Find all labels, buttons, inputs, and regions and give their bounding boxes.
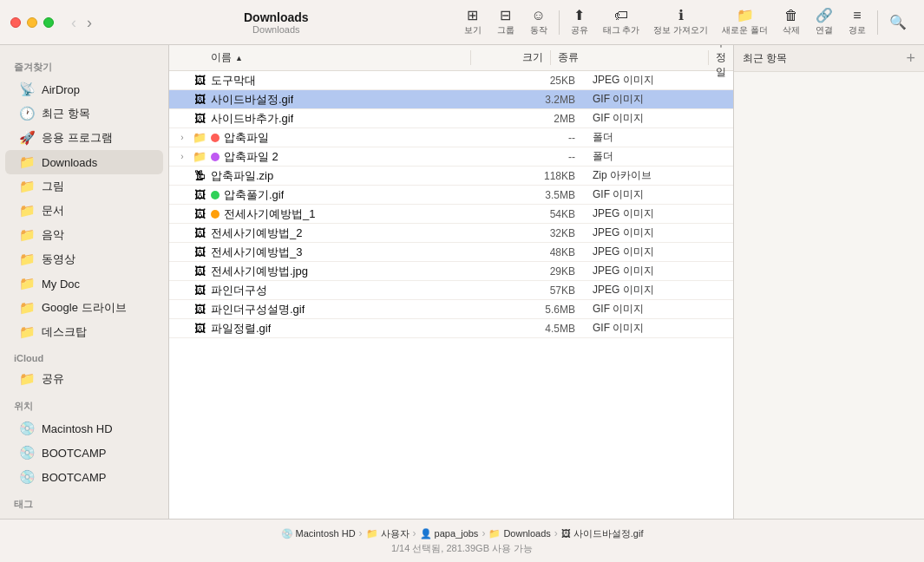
file-type-icon: 🖼 bbox=[193, 93, 206, 107]
forward-button[interactable]: › bbox=[83, 13, 95, 32]
breadcrumb-separator: › bbox=[482, 527, 485, 539]
info-label: 정보 가져오기 bbox=[653, 24, 708, 36]
file-kind: JPEG 이미지 bbox=[586, 225, 733, 240]
sidebar-item-recents[interactable]: 🕐 최근 항목 bbox=[5, 101, 163, 126]
info-icon: ℹ bbox=[678, 9, 684, 23]
sort-indicator: ▲ bbox=[235, 54, 243, 62]
breadcrumb-item[interactable]: 👤papa_jobs bbox=[420, 528, 479, 539]
table-row[interactable]: ›📁압축파일--폴더오늘 오전 5:12 bbox=[169, 128, 733, 147]
sidebar-item-apps[interactable]: 🚀 응용 프로그램 bbox=[5, 126, 163, 150]
file-size: 118KB bbox=[499, 170, 586, 182]
sidebar-item-drawings[interactable]: 📁 그림 bbox=[5, 174, 163, 199]
maximize-button[interactable] bbox=[43, 17, 54, 28]
table-row[interactable]: 🖼파인더구성설명.gif5.6MBGIF 이미지오늘 오전 5:31 bbox=[169, 300, 733, 319]
tag-button[interactable]: 🏷 태그 추가 bbox=[597, 6, 646, 39]
sidebar-item-videos[interactable]: 📁 동영상 bbox=[5, 247, 163, 271]
right-panel: 최근 항목 + bbox=[733, 45, 924, 519]
table-row[interactable]: 🖼파일정렬.gif4.5MBGIF 이미지오늘 오전 6:11 bbox=[169, 319, 733, 338]
sidebar-item-macintosh[interactable]: 💿 Macintosh HD bbox=[5, 416, 163, 441]
right-panel-add-button[interactable]: + bbox=[906, 50, 915, 66]
file-size: 57KB bbox=[499, 284, 586, 297]
breadcrumb-item[interactable]: 📁Downloads bbox=[488, 528, 550, 539]
videos-icon: 📁 bbox=[19, 252, 35, 267]
table-row[interactable]: 🖼파인더구성57KBJPEG 이미지오늘 오전 5:24 bbox=[169, 281, 733, 300]
bootcamp1-icon: 💿 bbox=[19, 445, 35, 461]
file-kind: GIF 이미지 bbox=[586, 111, 733, 126]
share-button[interactable]: ⬆ 공유 bbox=[564, 6, 595, 39]
sidebar-item-googledrive[interactable]: 📁 Google 드라이브 bbox=[5, 296, 163, 320]
link-icon: 🔗 bbox=[816, 9, 833, 23]
col-size-header[interactable]: 크기 bbox=[471, 50, 551, 65]
table-row[interactable]: 🖼전세사기예방법_348KBJPEG 이미지2023년 3월 17일 오후 12… bbox=[169, 243, 733, 262]
back-button[interactable]: ‹ bbox=[68, 13, 80, 32]
sidebar-bootcamp2-label: BOOTCAMP bbox=[42, 471, 106, 484]
link-label: 연결 bbox=[816, 24, 833, 36]
table-row[interactable]: ›📁압축파일 2--폴더오늘 오전 5:12 bbox=[169, 147, 733, 167]
info-button[interactable]: ℹ 정보 가져오기 bbox=[647, 6, 714, 39]
sidebar-item-icloud-share[interactable]: 📁 공유 bbox=[5, 367, 163, 391]
color-dot bbox=[211, 210, 220, 219]
sidebar-item-bootcamp1[interactable]: 💿 BOOTCAMP bbox=[5, 441, 163, 465]
table-row[interactable]: 🖼사이드바설정.gif3.2MBGIF 이미지오늘 오전 5:50 bbox=[169, 90, 733, 109]
window-subtitle: Downloads bbox=[252, 24, 299, 35]
link-button[interactable]: 🔗 연결 bbox=[809, 6, 840, 39]
group-button[interactable]: ⊟ 그룹 bbox=[490, 6, 521, 39]
search-button[interactable]: 🔍 bbox=[882, 13, 914, 32]
file-type-icon: 🖼 bbox=[193, 284, 206, 297]
tag-label: 태그 추가 bbox=[603, 24, 640, 36]
close-button[interactable] bbox=[10, 17, 21, 28]
right-panel-header: 최근 항목 + bbox=[734, 45, 924, 72]
breadcrumb-item[interactable]: 📁사용자 bbox=[366, 527, 410, 540]
file-size: 5.6MB bbox=[499, 304, 586, 316]
file-size: 3.2MB bbox=[499, 94, 586, 106]
table-row[interactable]: 🖼압축풀기.gif3.5MBGIF 이미지오늘 오전 5:13 bbox=[169, 186, 733, 205]
table-row[interactable]: 🖼사이드바추가.gif2MBGIF 이미지오늘 오전 5:39 bbox=[169, 109, 733, 128]
breadcrumb-label: Macintosh HD bbox=[296, 528, 356, 539]
sidebar-item-airdrop[interactable]: 📡 AirDrop bbox=[5, 77, 163, 101]
googledrive-icon: 📁 bbox=[19, 300, 35, 316]
sidebar-item-desktop[interactable]: 📁 데스크탑 bbox=[5, 320, 163, 344]
breadcrumb-separator: › bbox=[554, 527, 558, 539]
breadcrumb-item[interactable]: 💿Macintosh HD bbox=[281, 528, 356, 539]
delete-button[interactable]: 🗑 삭제 bbox=[776, 6, 807, 39]
new-folder-button[interactable]: 📁 새로운 폴더 bbox=[716, 6, 774, 39]
file-kind: JPEG 이미지 bbox=[586, 283, 733, 297]
minimize-button[interactable] bbox=[27, 17, 37, 28]
table-row[interactable]: 🖼전세사기예방법.jpg29KBJPEG 이미지2023년 3월 17일 오전 … bbox=[169, 262, 733, 281]
sidebar-icloud-share-label: 공유 bbox=[42, 371, 64, 387]
breadcrumb-item[interactable]: 🖼사이드바설정.gif bbox=[561, 527, 644, 540]
expand-arrow[interactable]: › bbox=[176, 152, 188, 161]
sidebar-item-documents[interactable]: 📁 문서 bbox=[5, 199, 163, 223]
sidebar-item-downloads[interactable]: 📁 Downloads bbox=[5, 150, 163, 174]
table-row[interactable]: 🖼전세사기예방법_154KBJPEG 이미지2023년 3월 17일 오전 11… bbox=[169, 205, 733, 224]
breadcrumb-icon: 🖼 bbox=[561, 528, 571, 539]
sidebar-item-bootcamp2[interactable]: 💿 BOOTCAMP bbox=[5, 465, 163, 489]
nav-arrows: ‹ › bbox=[68, 13, 95, 32]
apps-icon: 🚀 bbox=[19, 130, 35, 146]
locations-label: 위치 bbox=[0, 391, 168, 416]
file-type-icon: 🗜 bbox=[193, 169, 206, 183]
action-label: 동작 bbox=[530, 24, 547, 36]
group-icon: ⊟ bbox=[500, 9, 511, 23]
file-size: 48KB bbox=[499, 246, 586, 258]
view-button[interactable]: ⊞ 보기 bbox=[457, 6, 488, 39]
right-panel-title: 최근 항목 bbox=[743, 51, 787, 66]
sidebar-item-mydoc[interactable]: 📁 My Doc bbox=[5, 271, 163, 296]
table-row[interactable]: 🖼전세사기예방법_232KBJPEG 이미지2023년 3월 17일 오후 12… bbox=[169, 224, 733, 243]
table-row[interactable]: 🗜압축파일.zip118KBZip 아카이브오늘 오전 4:58 bbox=[169, 167, 733, 186]
file-type-icon: 📁 bbox=[193, 150, 206, 164]
col-name-header[interactable]: 이름 ▲ bbox=[169, 50, 471, 65]
new-folder-icon: 📁 bbox=[737, 9, 754, 23]
file-size: -- bbox=[499, 151, 586, 163]
expand-arrow[interactable]: › bbox=[176, 133, 188, 142]
file-list: 🖼도구막대25KBJPEG 이미지오늘 오전 5:58🖼사이드바설정.gif3.… bbox=[169, 71, 733, 519]
file-size: -- bbox=[499, 132, 586, 144]
table-row[interactable]: 🖼도구막대25KBJPEG 이미지오늘 오전 5:58 bbox=[169, 71, 733, 90]
col-kind-header[interactable]: 종류 bbox=[551, 50, 709, 65]
path-button[interactable]: ≡ 경로 bbox=[842, 6, 873, 39]
recents-icon: 🕐 bbox=[19, 106, 35, 121]
sidebar-item-music[interactable]: 📁 음악 bbox=[5, 223, 163, 247]
view-label: 보기 bbox=[464, 24, 482, 36]
file-name: 파일정렬.gif bbox=[211, 321, 271, 337]
action-button[interactable]: ☺ 동작 bbox=[523, 6, 554, 39]
